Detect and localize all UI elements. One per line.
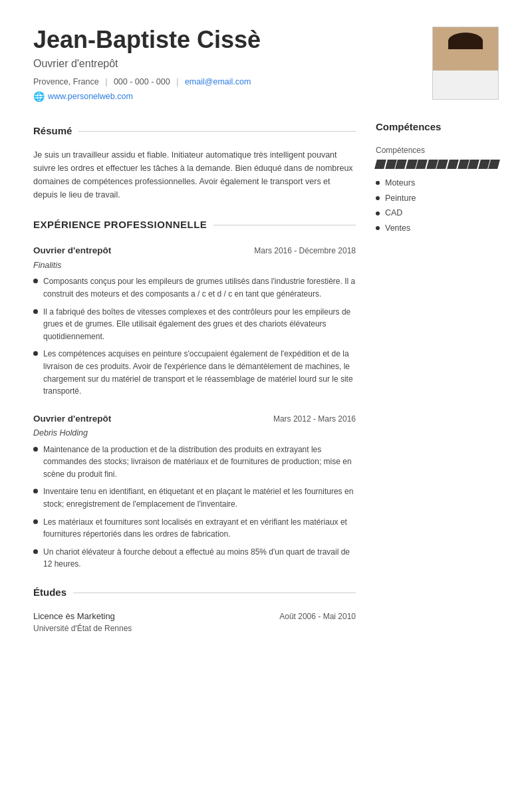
bar-seg-12 — [488, 160, 499, 169]
bullet-text: Inventaire tenu en identifiant, en étiqu… — [43, 485, 356, 510]
skill-bar — [376, 160, 499, 169]
bullet-text: Les matériaux et fournitures sont locali… — [43, 516, 356, 541]
bullet-dot — [33, 351, 38, 356]
bullet-2-4: Un chariot élévateur à fourche debout a … — [33, 546, 356, 571]
candidate-job-title: Ouvrier d'entrepôt — [33, 56, 261, 72]
job-title-2: Ouvrier d'entrepôt — [33, 412, 111, 426]
bullet-dot — [33, 309, 38, 314]
bar-seg-10 — [467, 160, 479, 169]
candidate-name: Jean-Baptiste Cissè — [33, 27, 261, 53]
main-layout: Résumé Je suis un travailleur assidu et … — [33, 120, 499, 634]
resume-header: Jean-Baptiste Cissè Ouvrier d'entrepôt P… — [33, 27, 499, 104]
resume-section-line — [78, 131, 356, 132]
skill-name: Moteurs — [385, 177, 415, 190]
bar-seg-8 — [447, 160, 458, 169]
job-header-2: Ouvrier d'entrepôt Mars 2012 - Mars 2016 — [33, 412, 356, 426]
contact-line: Provence, France | 000 - 000 - 000 | ema… — [33, 76, 261, 88]
job-entry-2: Ouvrier d'entrepôt Mars 2012 - Mars 2016… — [33, 412, 356, 571]
bullet-dot — [33, 549, 38, 554]
job-bullets-1: Composants conçus pour les empileurs de … — [33, 275, 356, 397]
bar-seg-3 — [395, 160, 406, 169]
skill-bullet — [376, 181, 380, 185]
resume-text: Je suis un travailleur assidu et fiable.… — [33, 148, 356, 201]
bar-seg-7 — [437, 160, 448, 169]
phone: 000 - 000 - 000 — [114, 77, 170, 86]
skill-name: Peinture — [385, 192, 416, 205]
competences-section-header: Compétences — [376, 120, 499, 135]
education-section-title: Études — [33, 585, 66, 600]
bullet-2-2: Inventaire tenu en identifiant, en étiqu… — [33, 485, 356, 510]
website-line: 🌐 www.personelweb.com — [33, 90, 261, 104]
globe-icon: 🌐 — [33, 90, 45, 104]
bullet-2-3: Les matériaux et fournitures sont locali… — [33, 516, 356, 541]
bar-seg-1 — [374, 160, 386, 169]
job-bullets-2: Maintenance de la production et de la di… — [33, 444, 356, 571]
job-dates-2: Mars 2012 - Mars 2016 — [273, 413, 356, 425]
bullet-dot — [33, 489, 38, 493]
skill-item-peinture: Peinture — [376, 192, 499, 205]
bullet-text: Un chariot élévateur à fourche debout a … — [43, 546, 356, 571]
experience-section-header: EXPÉRIENCE PROFESSIONNELLE — [33, 217, 356, 233]
edu-school: Université d'État de Rennes — [33, 622, 356, 634]
bullet-1-3: Les compétences acquises en peinture s'o… — [33, 348, 356, 397]
bullet-dot — [33, 279, 38, 283]
skill-bullet — [376, 226, 380, 230]
bar-seg-5 — [416, 160, 427, 169]
skill-item-cad: CAD — [376, 207, 499, 219]
bullet-1-2: Il a fabriqué des boîtes de vitesses com… — [33, 306, 356, 343]
job-dates-1: Mars 2016 - Décembre 2018 — [254, 245, 356, 257]
candidate-photo — [432, 27, 499, 100]
experience-section-title: EXPÉRIENCE PROFESSIONNELLE — [33, 217, 207, 233]
bullet-2-1: Maintenance de la production et de la di… — [33, 444, 356, 481]
resume-section-title: Résumé — [33, 124, 72, 139]
education-section-line — [73, 593, 356, 593]
edu-degree: Licence ès Marketing — [33, 610, 115, 623]
bullet-text: Composants conçus pour les empileurs de … — [43, 275, 356, 300]
competences-label: Compétences — [376, 144, 499, 156]
bullet-text: Il a fabriqué des boîtes de vitesses com… — [43, 306, 356, 343]
location: Provence, France — [33, 77, 99, 86]
right-column: Compétences Compétences Moteurs — [376, 120, 499, 634]
skill-bullet — [376, 211, 380, 215]
skill-bullet — [376, 196, 380, 200]
header-info: Jean-Baptiste Cissè Ouvrier d'entrepôt P… — [33, 27, 261, 104]
skill-list: Moteurs Peinture CAD Ventes — [376, 177, 499, 235]
photo-placeholder — [433, 27, 498, 99]
email-link[interactable]: email@email.com — [185, 77, 251, 86]
skill-item-moteurs: Moteurs — [376, 177, 499, 190]
job-entry-1: Ouvrier d'entrepôt Mars 2016 - Décembre … — [33, 244, 356, 397]
skill-name: Ventes — [385, 222, 410, 235]
edu-header-1: Licence ès Marketing Août 2006 - Mai 201… — [33, 610, 356, 623]
bullet-text: Les compétences acquises en peinture s'o… — [43, 348, 356, 397]
experience-section-line — [213, 225, 356, 225]
edu-dates: Août 2006 - Mai 2010 — [279, 610, 356, 622]
separator: | — [105, 77, 107, 86]
competences-section-title: Compétences — [376, 120, 441, 135]
education-entry-1: Licence ès Marketing Août 2006 - Mai 201… — [33, 610, 356, 635]
education-section-header: Études — [33, 585, 356, 600]
website-link[interactable]: www.personelweb.com — [48, 90, 133, 103]
bullet-dot — [33, 519, 38, 524]
left-column: Résumé Je suis un travailleur assidu et … — [33, 120, 356, 634]
bullet-1-1: Composants conçus pour les empileurs de … — [33, 275, 356, 300]
company-2: Debris Holding — [33, 427, 356, 440]
resume-section-header: Résumé — [33, 124, 356, 139]
job-title-1: Ouvrier d'entrepôt — [33, 244, 111, 257]
bar-seg-2 — [385, 160, 396, 169]
bullet-dot — [33, 447, 38, 452]
skill-item-ventes: Ventes — [376, 222, 499, 235]
company-1: Finalitis — [33, 259, 356, 272]
bullet-text: Maintenance de la production et de la di… — [43, 444, 356, 481]
job-header-1: Ouvrier d'entrepôt Mars 2016 - Décembre … — [33, 244, 356, 257]
skill-name: CAD — [385, 207, 402, 219]
separator2: | — [176, 77, 178, 86]
